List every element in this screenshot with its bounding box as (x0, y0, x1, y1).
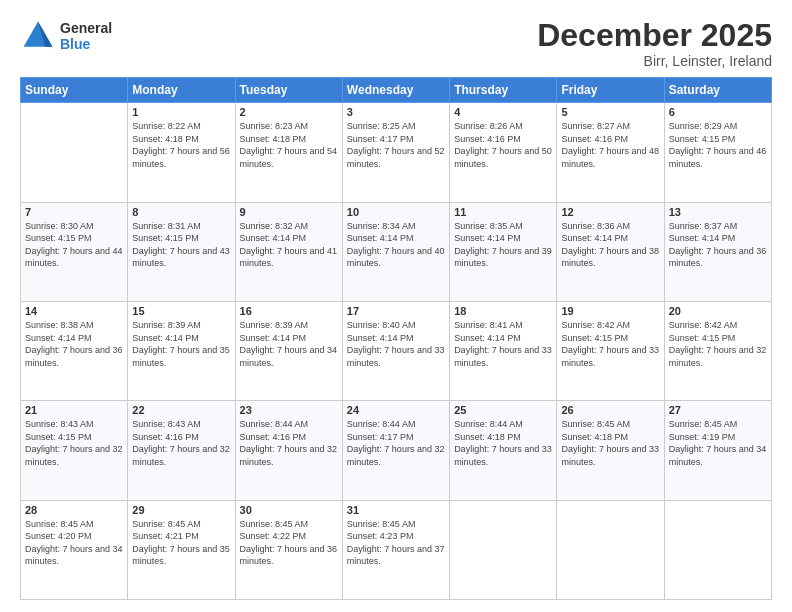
calendar-week-row: 28Sunrise: 8:45 AMSunset: 4:20 PMDayligh… (21, 500, 772, 599)
day-number: 20 (669, 305, 767, 317)
day-number: 23 (240, 404, 338, 416)
logo-text: General Blue (60, 20, 112, 52)
calendar: SundayMondayTuesdayWednesdayThursdayFrid… (20, 77, 772, 600)
day-number: 10 (347, 206, 445, 218)
calendar-cell: 13Sunrise: 8:37 AMSunset: 4:14 PMDayligh… (664, 202, 771, 301)
day-number: 25 (454, 404, 552, 416)
title-block: December 2025 Birr, Leinster, Ireland (537, 18, 772, 69)
weekday-header: Saturday (664, 78, 771, 103)
day-info: Sunrise: 8:26 AMSunset: 4:16 PMDaylight:… (454, 120, 552, 170)
logo-icon (20, 18, 56, 54)
calendar-cell (664, 500, 771, 599)
calendar-cell: 5Sunrise: 8:27 AMSunset: 4:16 PMDaylight… (557, 103, 664, 202)
weekday-header: Thursday (450, 78, 557, 103)
day-info: Sunrise: 8:25 AMSunset: 4:17 PMDaylight:… (347, 120, 445, 170)
calendar-cell: 6Sunrise: 8:29 AMSunset: 4:15 PMDaylight… (664, 103, 771, 202)
calendar-cell: 4Sunrise: 8:26 AMSunset: 4:16 PMDaylight… (450, 103, 557, 202)
calendar-cell: 1Sunrise: 8:22 AMSunset: 4:18 PMDaylight… (128, 103, 235, 202)
calendar-cell: 19Sunrise: 8:42 AMSunset: 4:15 PMDayligh… (557, 301, 664, 400)
calendar-week-row: 7Sunrise: 8:30 AMSunset: 4:15 PMDaylight… (21, 202, 772, 301)
calendar-cell: 16Sunrise: 8:39 AMSunset: 4:14 PMDayligh… (235, 301, 342, 400)
day-number: 27 (669, 404, 767, 416)
day-info: Sunrise: 8:22 AMSunset: 4:18 PMDaylight:… (132, 120, 230, 170)
calendar-cell: 10Sunrise: 8:34 AMSunset: 4:14 PMDayligh… (342, 202, 449, 301)
calendar-cell: 9Sunrise: 8:32 AMSunset: 4:14 PMDaylight… (235, 202, 342, 301)
day-info: Sunrise: 8:45 AMSunset: 4:18 PMDaylight:… (561, 418, 659, 468)
day-number: 2 (240, 106, 338, 118)
weekday-header: Sunday (21, 78, 128, 103)
day-info: Sunrise: 8:42 AMSunset: 4:15 PMDaylight:… (561, 319, 659, 369)
calendar-cell: 3Sunrise: 8:25 AMSunset: 4:17 PMDaylight… (342, 103, 449, 202)
day-info: Sunrise: 8:32 AMSunset: 4:14 PMDaylight:… (240, 220, 338, 270)
calendar-week-row: 14Sunrise: 8:38 AMSunset: 4:14 PMDayligh… (21, 301, 772, 400)
day-info: Sunrise: 8:44 AMSunset: 4:17 PMDaylight:… (347, 418, 445, 468)
day-info: Sunrise: 8:41 AMSunset: 4:14 PMDaylight:… (454, 319, 552, 369)
weekday-header: Friday (557, 78, 664, 103)
day-info: Sunrise: 8:39 AMSunset: 4:14 PMDaylight:… (132, 319, 230, 369)
calendar-week-row: 1Sunrise: 8:22 AMSunset: 4:18 PMDaylight… (21, 103, 772, 202)
day-info: Sunrise: 8:23 AMSunset: 4:18 PMDaylight:… (240, 120, 338, 170)
day-info: Sunrise: 8:44 AMSunset: 4:18 PMDaylight:… (454, 418, 552, 468)
day-number: 11 (454, 206, 552, 218)
day-number: 12 (561, 206, 659, 218)
calendar-cell: 11Sunrise: 8:35 AMSunset: 4:14 PMDayligh… (450, 202, 557, 301)
calendar-cell: 12Sunrise: 8:36 AMSunset: 4:14 PMDayligh… (557, 202, 664, 301)
calendar-cell: 8Sunrise: 8:31 AMSunset: 4:15 PMDaylight… (128, 202, 235, 301)
day-number: 21 (25, 404, 123, 416)
calendar-cell: 2Sunrise: 8:23 AMSunset: 4:18 PMDaylight… (235, 103, 342, 202)
day-number: 26 (561, 404, 659, 416)
day-number: 15 (132, 305, 230, 317)
weekday-header: Wednesday (342, 78, 449, 103)
day-info: Sunrise: 8:43 AMSunset: 4:15 PMDaylight:… (25, 418, 123, 468)
calendar-cell (21, 103, 128, 202)
day-number: 6 (669, 106, 767, 118)
day-info: Sunrise: 8:45 AMSunset: 4:22 PMDaylight:… (240, 518, 338, 568)
logo-blue: Blue (60, 36, 112, 52)
day-info: Sunrise: 8:31 AMSunset: 4:15 PMDaylight:… (132, 220, 230, 270)
header-row: SundayMondayTuesdayWednesdayThursdayFrid… (21, 78, 772, 103)
day-info: Sunrise: 8:45 AMSunset: 4:23 PMDaylight:… (347, 518, 445, 568)
day-number: 22 (132, 404, 230, 416)
day-info: Sunrise: 8:34 AMSunset: 4:14 PMDaylight:… (347, 220, 445, 270)
day-info: Sunrise: 8:36 AMSunset: 4:14 PMDaylight:… (561, 220, 659, 270)
calendar-cell: 29Sunrise: 8:45 AMSunset: 4:21 PMDayligh… (128, 500, 235, 599)
calendar-cell: 7Sunrise: 8:30 AMSunset: 4:15 PMDaylight… (21, 202, 128, 301)
day-info: Sunrise: 8:42 AMSunset: 4:15 PMDaylight:… (669, 319, 767, 369)
day-info: Sunrise: 8:30 AMSunset: 4:15 PMDaylight:… (25, 220, 123, 270)
day-info: Sunrise: 8:40 AMSunset: 4:14 PMDaylight:… (347, 319, 445, 369)
calendar-cell: 20Sunrise: 8:42 AMSunset: 4:15 PMDayligh… (664, 301, 771, 400)
day-number: 19 (561, 305, 659, 317)
calendar-cell: 28Sunrise: 8:45 AMSunset: 4:20 PMDayligh… (21, 500, 128, 599)
day-number: 1 (132, 106, 230, 118)
calendar-cell: 26Sunrise: 8:45 AMSunset: 4:18 PMDayligh… (557, 401, 664, 500)
day-number: 13 (669, 206, 767, 218)
calendar-cell: 22Sunrise: 8:43 AMSunset: 4:16 PMDayligh… (128, 401, 235, 500)
day-number: 8 (132, 206, 230, 218)
day-number: 24 (347, 404, 445, 416)
calendar-cell: 17Sunrise: 8:40 AMSunset: 4:14 PMDayligh… (342, 301, 449, 400)
day-number: 14 (25, 305, 123, 317)
day-info: Sunrise: 8:27 AMSunset: 4:16 PMDaylight:… (561, 120, 659, 170)
day-number: 28 (25, 504, 123, 516)
calendar-cell: 24Sunrise: 8:44 AMSunset: 4:17 PMDayligh… (342, 401, 449, 500)
logo-general: General (60, 20, 112, 36)
calendar-cell: 30Sunrise: 8:45 AMSunset: 4:22 PMDayligh… (235, 500, 342, 599)
day-number: 4 (454, 106, 552, 118)
day-number: 3 (347, 106, 445, 118)
day-number: 17 (347, 305, 445, 317)
weekday-header: Monday (128, 78, 235, 103)
calendar-cell (450, 500, 557, 599)
location: Birr, Leinster, Ireland (537, 53, 772, 69)
calendar-week-row: 21Sunrise: 8:43 AMSunset: 4:15 PMDayligh… (21, 401, 772, 500)
day-number: 18 (454, 305, 552, 317)
calendar-cell: 27Sunrise: 8:45 AMSunset: 4:19 PMDayligh… (664, 401, 771, 500)
day-info: Sunrise: 8:43 AMSunset: 4:16 PMDaylight:… (132, 418, 230, 468)
calendar-cell: 23Sunrise: 8:44 AMSunset: 4:16 PMDayligh… (235, 401, 342, 500)
calendar-cell: 15Sunrise: 8:39 AMSunset: 4:14 PMDayligh… (128, 301, 235, 400)
day-info: Sunrise: 8:39 AMSunset: 4:14 PMDaylight:… (240, 319, 338, 369)
day-info: Sunrise: 8:35 AMSunset: 4:14 PMDaylight:… (454, 220, 552, 270)
day-info: Sunrise: 8:45 AMSunset: 4:19 PMDaylight:… (669, 418, 767, 468)
day-number: 5 (561, 106, 659, 118)
day-info: Sunrise: 8:29 AMSunset: 4:15 PMDaylight:… (669, 120, 767, 170)
calendar-cell: 18Sunrise: 8:41 AMSunset: 4:14 PMDayligh… (450, 301, 557, 400)
